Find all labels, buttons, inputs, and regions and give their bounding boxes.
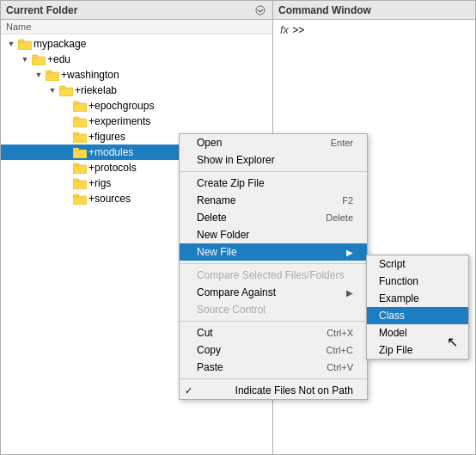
sub-ctx-model[interactable]: Model <box>367 324 468 341</box>
svg-rect-11 <box>73 119 87 127</box>
sub-ctx-zip-file[interactable]: Zip File <box>367 341 468 359</box>
svg-rect-6 <box>46 71 52 73</box>
svg-rect-5 <box>46 72 59 81</box>
check-mark-icon: ✓ <box>185 385 197 397</box>
folder-icon <box>73 162 87 174</box>
folder-icon <box>32 53 46 65</box>
sub-ctx-example[interactable]: Example <box>367 290 468 307</box>
svg-rect-8 <box>59 86 65 89</box>
expand-icon: ▼ <box>18 52 32 66</box>
tree-item[interactable]: ▼ +edu <box>1 52 272 67</box>
dropdown-icon <box>255 5 265 15</box>
ctx-open-shortcut: Enter <box>331 138 353 148</box>
svg-rect-18 <box>73 163 79 166</box>
ctx-indicate-files[interactable]: ✓ Indicate Files Not on Path <box>180 382 367 399</box>
panel-title: Current Folder <box>6 4 77 16</box>
command-prompt: fx >> <box>280 23 304 36</box>
ctx-copy-label: Copy <box>197 344 221 356</box>
svg-rect-15 <box>73 150 87 158</box>
tree-item[interactable]: ▶ +experiments <box>1 114 272 129</box>
tree-item[interactable]: ▼ mypackage <box>1 36 272 52</box>
svg-rect-20 <box>73 179 79 181</box>
panel-header: Current Folder <box>1 1 272 20</box>
ctx-compare-selected-label: Compare Selected Files/Folders <box>197 269 344 281</box>
svg-rect-13 <box>73 134 87 143</box>
sub-ctx-script[interactable]: Script <box>367 255 468 273</box>
tree-item[interactable]: ▼ +riekelab <box>1 83 272 98</box>
item-label: +sources <box>88 193 131 205</box>
folder-icon <box>73 115 87 127</box>
sub-ctx-function[interactable]: Function <box>367 273 468 290</box>
ctx-compare-against[interactable]: Compare Against ▶ <box>180 284 367 301</box>
item-label: +protocols <box>88 162 137 174</box>
svg-rect-7 <box>59 88 73 96</box>
folder-icon <box>59 84 73 96</box>
command-window-header: Command Window <box>273 1 475 20</box>
ctx-delete-label: Delete <box>197 212 227 224</box>
context-menu: Open Enter Show in Explorer Create Zip F… <box>179 133 368 400</box>
ctx-create-zip[interactable]: Create Zip File <box>180 175 367 192</box>
ctx-delete[interactable]: Delete Delete <box>180 209 367 226</box>
ctx-sep-1 <box>180 171 367 172</box>
folder-icon <box>18 38 32 50</box>
expand-icon: ▼ <box>4 37 18 51</box>
sub-ctx-class[interactable]: Class <box>367 307 468 324</box>
cmd-arrow: >> <box>292 24 304 36</box>
panel-menu-button[interactable] <box>253 3 267 17</box>
ctx-source-control-label: Source Control <box>197 304 265 316</box>
folder-icon <box>73 177 87 189</box>
item-label: +modules <box>88 146 133 158</box>
folder-icon <box>73 193 87 205</box>
svg-rect-10 <box>73 101 79 104</box>
ctx-compare-arrow: ▶ <box>346 288 353 298</box>
ctx-new-file-arrow: ▶ <box>346 248 353 257</box>
ctx-cut[interactable]: Cut Ctrl+X <box>180 324 367 341</box>
item-label: mypackage <box>34 38 86 50</box>
ctx-rename-shortcut: F2 <box>342 195 353 206</box>
folder-icon <box>73 131 87 143</box>
ctx-new-folder[interactable]: New Folder <box>180 226 367 243</box>
svg-rect-2 <box>18 40 24 42</box>
ctx-delete-shortcut: Delete <box>326 212 353 223</box>
item-label: +riekelab <box>75 84 117 96</box>
item-label: +epochgroups <box>88 100 154 112</box>
sub-ctx-function-label: Function <box>379 275 418 287</box>
ctx-paste[interactable]: Paste Ctrl+V <box>180 359 367 376</box>
ctx-open[interactable]: Open Enter <box>180 134 367 151</box>
ctx-sep-4 <box>180 378 367 379</box>
item-label: +experiments <box>88 115 150 127</box>
ctx-copy[interactable]: Copy Ctrl+C <box>180 341 367 359</box>
svg-rect-14 <box>73 132 79 135</box>
ctx-sep-3 <box>180 321 367 322</box>
fx-label: fx <box>280 23 289 36</box>
ctx-rename-label: Rename <box>197 194 235 206</box>
tree-item[interactable]: ▼ +washington <box>1 67 272 83</box>
svg-rect-19 <box>73 181 87 189</box>
ctx-copy-shortcut: Ctrl+C <box>326 345 353 355</box>
item-label: +rigs <box>88 177 111 189</box>
ctx-cut-label: Cut <box>197 327 213 339</box>
svg-rect-17 <box>73 165 87 174</box>
expand-icon: ▼ <box>32 68 46 82</box>
column-header: Name <box>1 20 272 34</box>
ctx-rename[interactable]: Rename F2 <box>180 192 367 209</box>
svg-rect-22 <box>73 194 79 197</box>
sub-ctx-class-label: Class <box>379 310 405 322</box>
ctx-compare-selected: Compare Selected Files/Folders <box>180 267 367 284</box>
item-label: +washington <box>61 69 119 81</box>
expand-icon: ▼ <box>46 83 59 97</box>
folder-icon <box>46 69 59 81</box>
ctx-new-folder-label: New Folder <box>197 229 249 241</box>
item-label: +figures <box>88 131 125 143</box>
ctx-new-file[interactable]: New File ▶ <box>180 243 367 261</box>
svg-rect-4 <box>32 55 38 58</box>
ctx-create-zip-label: Create Zip File <box>197 177 265 189</box>
sub-ctx-example-label: Example <box>379 292 419 304</box>
ctx-show-in-explorer[interactable]: Show in Explorer <box>180 151 367 169</box>
sub-ctx-zip-label: Zip File <box>379 344 412 356</box>
svg-rect-1 <box>18 41 32 50</box>
ctx-open-label: Open <box>197 137 222 149</box>
svg-rect-16 <box>73 148 79 151</box>
svg-rect-3 <box>32 57 46 65</box>
tree-item[interactable]: ▶ +epochgroups <box>1 98 272 114</box>
